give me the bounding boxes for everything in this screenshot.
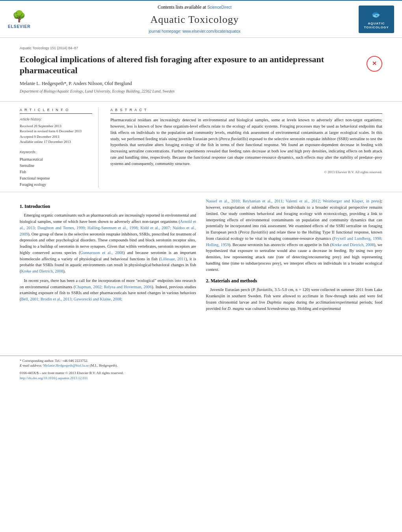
article-info-col: A R T I C L E I N F O Article history: R…	[20, 108, 99, 188]
copyright-line: © 2013 Elsevier B.V. All rights reserved…	[110, 170, 382, 175]
body-right-col: Nassef et al., 2010; Reyhanian et al., 2…	[206, 198, 383, 350]
keyword-functional-response: Functional response	[20, 175, 92, 182]
ref-kreke2[interactable]: Kreke and Dietrich, 2008	[331, 243, 374, 247]
journal-title: Aquatic Toxicology	[38, 13, 351, 27]
footnotes: * Corresponding author. Tel.: +46 046 22…	[0, 356, 402, 383]
keywords-label: Keywords:	[20, 150, 92, 155]
keyword-foraging-ecology: Foraging ecology	[20, 182, 92, 188]
article-history: Article history: Received 20 September 2…	[20, 117, 92, 145]
authors: Melanie L. Hedgespeth*, P. Anders Nilsso…	[20, 80, 382, 87]
keywords-block: Keywords: Pharmaceutical Sertraline Fish…	[20, 150, 92, 188]
aquatic-toxicology-logo: 🐟 AQUATICTOXICOLOGY	[359, 6, 394, 33]
abstract-col: A B S T R A C T Pharmaceutical residues …	[110, 108, 382, 188]
main-body: 1. Introduction Emerging organic contami…	[0, 192, 402, 356]
ref-bell[interactable]: Bell, 2001; Brodin et al., 2013; Gaworec…	[21, 297, 123, 301]
logo-right-text: AQUATICTOXICOLOGY	[364, 22, 389, 30]
intro-heading: 1. Introduction	[20, 203, 196, 210]
body-left-col: 1. Introduction Emerging organic contami…	[20, 198, 196, 350]
doi-link: http://dx.doi.org/10.1016/j.aquatox.2013…	[20, 376, 382, 381]
elsevier-tree-icon: 🌳	[12, 9, 26, 24]
doi-anchor[interactable]: http://dx.doi.org/10.1016/j.aquatox.2013…	[20, 376, 88, 380]
asterisk: * Corresponding author. Tel.: +46 046 22…	[20, 359, 88, 363]
received-date: Received 20 September 2013	[20, 124, 92, 129]
elsevier-logo: 🌳 ELSEVIER	[8, 9, 30, 30]
contents-available: Contents lists available at ScienceDirec…	[38, 4, 351, 11]
abstract-text: Pharmaceutical residues are increasingly…	[110, 117, 382, 167]
sciencedirect-link[interactable]: ScienceDirect	[207, 5, 232, 9]
email-link[interactable]: Melanie.Hedgespeth@biol.lu.se	[43, 363, 89, 367]
right-para1: Nassef et al., 2010; Reyhanian et al., 2…	[206, 198, 383, 272]
copyright-doi-block: 0166-445X/$ – see front matter © 2013 El…	[20, 371, 382, 380]
crossmark-symbol: ✕	[372, 60, 377, 67]
journal-header: 🌳 ELSEVIER Contents lists available at S…	[0, 0, 402, 38]
ref-gunnarsson[interactable]: Gunnarsson et al., 2008	[80, 250, 123, 255]
email-label: E-mail address:	[20, 363, 42, 367]
ref-arnold[interactable]: Arnold et al., 2013; Daughton and Ternes…	[20, 219, 196, 236]
contents-text: Contents lists available at	[158, 4, 206, 10]
elsevier-label: ELSEVIER	[8, 24, 30, 30]
email-suffix: (M.L. Hedgespeth).	[89, 363, 117, 367]
article-info-label: A R T I C L E I N F O	[20, 108, 92, 114]
corresponding-author: * Corresponding author. Tel.: +46 046 22…	[20, 358, 382, 363]
journal-ref: Aquatic Toxicology 151 (2014) 84–87	[20, 46, 382, 51]
keyword-pharmaceutical: Pharmaceutical	[20, 156, 92, 163]
accepted-date: Accepted 9 December 2013	[20, 134, 92, 140]
intro-para1: Emerging organic contaminants such as ph…	[20, 212, 196, 274]
methods-heading: 2. Materials and methods	[206, 277, 383, 284]
abstract-label: A B S T R A C T	[110, 108, 382, 114]
fish-icon: 🐟	[371, 8, 382, 20]
homepage-url[interactable]: www.elsevier.com/locate/aquatox	[182, 29, 240, 33]
journal-homepage: journal homepage: www.elsevier.com/locat…	[38, 29, 351, 34]
email-line: E-mail address: Melanie.Hedgespeth@biol.…	[20, 363, 382, 368]
ref-chapman[interactable]: Chapman, 2002; Relyea and Hoverman, 2006	[75, 285, 152, 289]
received-revised-date: Received in revised form 6 December 2013	[20, 129, 92, 134]
methods-para1: Juvenile Eurasian perch (P. fluviatilis,…	[206, 287, 383, 311]
ref-lillesaar[interactable]: Lillesaar, 2011	[160, 257, 185, 261]
homepage-prefix: journal homepage:	[149, 29, 181, 33]
article-title-text: Ecological implications of altered fish …	[20, 54, 367, 76]
article-title-block: Ecological implications of altered fish …	[20, 54, 382, 76]
keyword-fish: Fish	[20, 169, 92, 175]
copyright-notice: 0166-445X/$ – see front matter © 2013 El…	[20, 371, 382, 376]
page: 🌳 ELSEVIER Contents lists available at S…	[0, 0, 402, 532]
available-date: Available online 17 December 2013	[20, 139, 92, 145]
ref-nassef[interactable]: Nassef et al., 2010; Reyhanian et al., 2…	[206, 199, 380, 203]
affiliation: Department of Biology/Aquatic Ecology, L…	[20, 89, 382, 94]
keyword-sertraline: Sertraline	[20, 163, 92, 169]
journal-center: Contents lists available at ScienceDirec…	[30, 4, 359, 34]
ref-kreke[interactable]: Kreke and Dietrich, 2008	[21, 269, 63, 273]
article-info-abstract: A R T I C L E I N F O Article history: R…	[0, 102, 402, 192]
crossmark-badge: ✕	[367, 56, 382, 72]
article-header: Aquatic Toxicology 151 (2014) 84–87 Ecol…	[0, 38, 402, 102]
authors-text: Melanie L. Hedgespeth*, P. Anders Nilsso…	[20, 81, 132, 86]
history-label: Article history:	[20, 117, 92, 122]
intro-para2: In recent years, there has been a call f…	[20, 278, 196, 302]
